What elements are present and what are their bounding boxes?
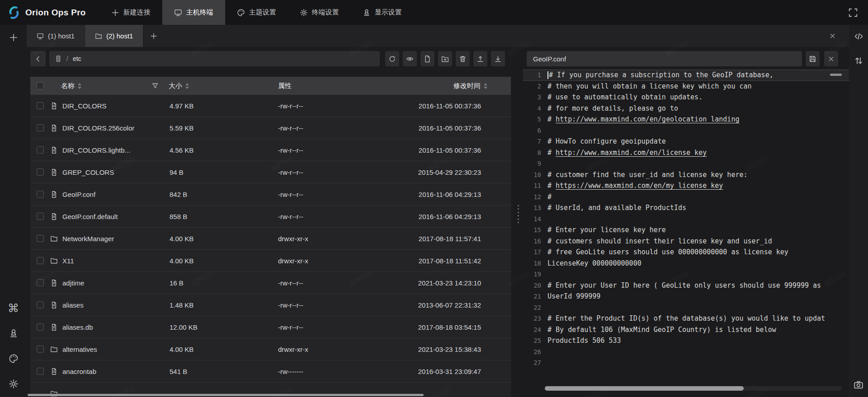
table-row[interactable]: adjtime16 B-rw-r--r--2021-03-23 14:23:10	[30, 272, 511, 294]
code-line[interactable]: 7# HowTo configure geoipupdate	[523, 136, 849, 147]
table-row[interactable]: GREP_COLORS94 B-rw-r--r--2015-04-29 22:3…	[30, 161, 511, 183]
file-name[interactable]: anacrontab	[62, 368, 96, 375]
code-line[interactable]: 17# free GeoLite users should use 000000…	[523, 247, 849, 258]
table-row[interactable]: aliases.db12.00 KB-rw-r--r--2017-08-18 0…	[30, 316, 511, 338]
code-line[interactable]: 5# http://www.maxmind.com/en/geolocation…	[523, 114, 849, 125]
table-row[interactable]: NetworkManager4.00 KBdrwxr-xr-x2017-08-1…	[30, 228, 511, 250]
file-name[interactable]: aliases	[62, 301, 84, 309]
file-name[interactable]: adjtime	[62, 279, 84, 287]
code-line[interactable]: 24# By default 106 (MaxMind GeoIP Countr…	[523, 324, 849, 336]
code-line[interactable]: 13# UserId, and available ProductIds	[523, 202, 849, 214]
code-editor[interactable]: 1# If you purchase a subscription to the…	[523, 70, 849, 397]
fullscreen-icon[interactable]	[846, 6, 860, 19]
panel-resize-handle[interactable]	[515, 204, 521, 224]
refresh-button[interactable]	[385, 51, 399, 66]
row-checkbox[interactable]	[37, 168, 44, 176]
table-row[interactable]: DIR_COLORS4.97 KB-rw-r--r--2016-11-05 00…	[30, 95, 511, 117]
sidebar-plus-icon[interactable]	[7, 31, 20, 44]
code-line[interactable]: 2# then you will obtain a license key wh…	[523, 81, 849, 92]
code-line[interactable]: 10# customer find the user_id and licens…	[523, 169, 849, 181]
row-checkbox[interactable]	[37, 323, 44, 331]
code-line[interactable]: 18LicenseKey 000000000000	[523, 258, 849, 269]
column-header-size[interactable]: 大小	[169, 82, 182, 90]
code-line[interactable]: 22	[523, 302, 849, 313]
config-link[interactable]: http://www.maxmind.com/en/geolocation_la…	[556, 115, 739, 123]
session-tab-1[interactable]: (1) host1	[27, 25, 85, 47]
session-tab-2[interactable]: (2) host1	[85, 25, 143, 47]
row-checkbox[interactable]	[37, 279, 44, 286]
download-button[interactable]	[491, 51, 505, 66]
sort-carets-size[interactable]	[185, 83, 189, 89]
file-name[interactable]: GeoIP.conf.default	[62, 213, 118, 220]
close-panel-icon[interactable]	[826, 30, 838, 42]
row-checkbox[interactable]	[37, 191, 44, 198]
editor-filename-field[interactable]: GeoIP.conf	[527, 51, 802, 66]
row-checkbox[interactable]	[37, 213, 44, 220]
editor-vscroll-thumb[interactable]	[830, 74, 842, 76]
new-file-button[interactable]	[420, 51, 434, 66]
file-name[interactable]: GeoIP.conf	[62, 191, 95, 198]
column-header-mtime[interactable]: 修改时间	[453, 82, 481, 90]
code-line[interactable]: 12#	[523, 191, 849, 203]
config-link[interactable]: https://www.maxmind.com/en/my_license_ke…	[556, 182, 723, 190]
row-checkbox[interactable]	[37, 301, 44, 308]
table-row[interactable]: X114.00 KBdrwxr-xr-x2017-08-18 11:51:42	[30, 250, 511, 272]
code-line[interactable]: 20# Enter your User ID here ( GeoLite on…	[523, 280, 849, 291]
code-line[interactable]: 23# Enter the Product ID(s) of the datab…	[523, 313, 849, 324]
code-line[interactable]: 6	[523, 125, 849, 136]
back-button[interactable]	[30, 51, 46, 66]
sidebar-code-icon[interactable]	[852, 29, 865, 43]
code-line[interactable]: 8# http://www.maxmind.com/en/license_key	[523, 147, 849, 159]
table-row[interactable]: alternatives4.00 KBdrwxr-xr-x2021-03-23 …	[30, 338, 511, 360]
sidebar-swap-vertical-icon[interactable]	[852, 54, 865, 67]
table-row[interactable]: DIR_COLORS.lightb...4.56 KB-rw-r--r--201…	[30, 139, 511, 161]
table-row[interactable]: GeoIP.conf.default858 B-rw-r--r--2016-11…	[30, 206, 511, 228]
row-checkbox[interactable]	[37, 257, 44, 264]
new-folder-button[interactable]	[438, 51, 452, 66]
file-name[interactable]: DIR_COLORS.256color	[62, 124, 134, 132]
file-name[interactable]: DIR_COLORS.lightb...	[62, 146, 130, 154]
file-name[interactable]: alternatives	[62, 346, 97, 353]
trash-button[interactable]	[456, 51, 470, 66]
sidebar-palette-icon[interactable]	[7, 352, 20, 365]
code-line[interactable]: 1# If you purchase a subscription to the…	[523, 70, 849, 81]
editor-hscroll-thumb[interactable]	[545, 386, 744, 391]
filter-icon[interactable]	[151, 82, 159, 89]
column-header-name[interactable]: 名称	[61, 82, 75, 90]
code-line[interactable]: 25ProductIds 506 533	[523, 335, 849, 346]
file-name[interactable]: NetworkManager	[62, 235, 114, 243]
sidebar-command-icon[interactable]: ⌘	[7, 301, 20, 315]
table-row[interactable]: DIR_COLORS.256color5.59 KB-rw-r--r--2016…	[30, 117, 511, 139]
row-checkbox[interactable]	[37, 368, 44, 375]
row-checkbox[interactable]	[37, 235, 44, 242]
path-breadcrumb[interactable]: / etc	[49, 51, 380, 66]
code-line[interactable]: 4# for more details, please go to	[523, 103, 849, 114]
file-name[interactable]: GREP_COLORS	[62, 168, 114, 176]
file-name[interactable]: aliases.db	[62, 323, 93, 331]
row-checkbox[interactable]	[37, 146, 44, 154]
add-tab-button[interactable]	[143, 25, 164, 47]
sidebar-stamp-icon[interactable]	[7, 327, 20, 340]
code-line[interactable]: 16# customers should insert their licens…	[523, 236, 849, 247]
table-row[interactable]: GeoIP.conf842 B-rw-r--r--2016-11-06 04:2…	[30, 183, 511, 206]
table-row[interactable]: anacrontab541 B-rw-------2016-03-31 23:0…	[30, 360, 511, 383]
code-line[interactable]: 9	[523, 158, 849, 169]
file-table-hscrollbar[interactable]	[28, 394, 424, 396]
sort-carets-name[interactable]	[78, 83, 81, 89]
sidebar-camera-icon[interactable]	[852, 378, 865, 392]
table-row[interactable]: aliases1.48 KB-rw-r--r--2013-06-07 22:31…	[30, 294, 511, 316]
nav-item-5[interactable]: 显示设置	[351, 0, 414, 25]
code-line[interactable]: 11# https://www.maxmind.com/en/my_licens…	[523, 180, 849, 191]
nav-item-3[interactable]: 主题设置	[225, 0, 288, 25]
code-line[interactable]: 3# use to automatically obtain updates.	[523, 92, 849, 103]
file-name[interactable]: DIR_COLORS	[62, 102, 107, 110]
nav-item-1[interactable]: 新建连接	[99, 0, 162, 25]
row-checkbox[interactable]	[37, 346, 44, 353]
code-line[interactable]: 26	[523, 346, 849, 358]
code-line[interactable]: 15# Enter your license key here	[523, 224, 849, 236]
sidebar-gear-icon[interactable]	[7, 377, 20, 391]
code-line[interactable]: 21UserId 999999	[523, 291, 849, 302]
config-link[interactable]: http://www.maxmind.com/en/license_key	[556, 149, 707, 157]
save-button[interactable]	[806, 51, 820, 66]
select-all-checkbox[interactable]	[37, 82, 44, 89]
